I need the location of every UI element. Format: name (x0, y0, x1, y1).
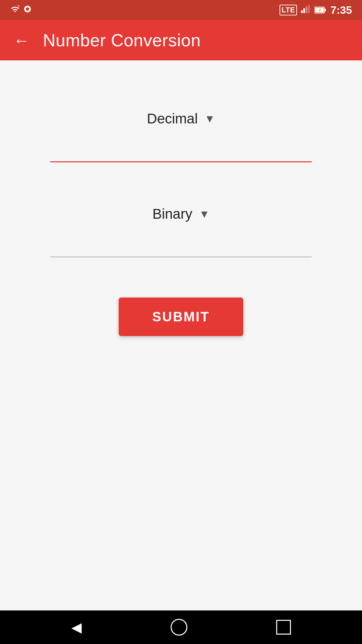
from-dropdown[interactable]: Decimal ▼ (50, 107, 312, 130)
svg-rect-3 (301, 10, 303, 13)
recording-icon (23, 5, 32, 15)
svg-point-2 (26, 7, 29, 11)
to-selector-container: Binary ▼ (50, 203, 312, 257)
battery-icon: ⚡ (314, 6, 326, 14)
from-dropdown-arrow-icon: ▼ (204, 113, 215, 125)
to-dropdown-arrow-icon: ▼ (199, 208, 210, 220)
status-bar: ? LTE ⚡ 7:35 (0, 0, 362, 20)
wifi-icon: ? (10, 5, 20, 15)
to-dropdown-label: Binary (153, 206, 192, 222)
submit-container: SUBMIT (119, 298, 243, 336)
time-display: 7:35 (330, 4, 352, 16)
from-dropdown-label: Decimal (147, 111, 198, 127)
input-field-container (50, 137, 312, 162)
back-arrow-icon: ← (13, 31, 29, 50)
number-input[interactable] (50, 137, 312, 159)
status-bar-right: LTE ⚡ 7:35 (280, 4, 352, 16)
submit-button[interactable]: SUBMIT (119, 298, 243, 336)
nav-back-button[interactable]: ◀ (71, 620, 82, 635)
svg-text:?: ? (17, 5, 19, 9)
page-title: Number Conversion (43, 30, 201, 50)
status-bar-left: ? (10, 5, 32, 15)
svg-rect-5 (306, 6, 307, 13)
nav-bar: ◀ (0, 610, 362, 644)
lte-icon: LTE (280, 5, 297, 15)
svg-text:⚡: ⚡ (317, 7, 323, 13)
svg-rect-8 (324, 9, 326, 11)
signal-bars-icon (301, 5, 310, 15)
svg-rect-6 (308, 5, 310, 13)
main-content: Decimal ▼ Binary ▼ SUBMIT (0, 60, 362, 610)
output-field-container (50, 232, 312, 257)
app-bar: ← Number Conversion (0, 20, 362, 60)
to-dropdown[interactable]: Binary ▼ (50, 203, 312, 225)
result-output[interactable] (50, 232, 312, 254)
nav-home-button[interactable] (171, 619, 187, 636)
from-selector-container: Decimal ▼ (50, 107, 312, 162)
nav-recents-button[interactable] (276, 620, 291, 635)
back-button[interactable]: ← (10, 28, 33, 53)
svg-rect-4 (303, 8, 305, 13)
